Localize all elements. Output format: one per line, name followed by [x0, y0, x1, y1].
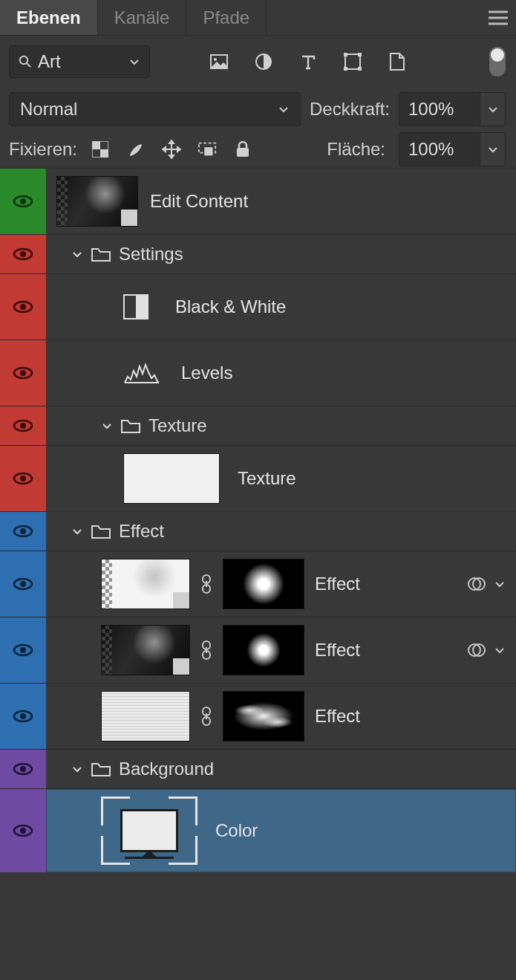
opacity-field[interactable]: 100%	[399, 92, 506, 126]
lock-transparency-icon[interactable]	[91, 140, 110, 159]
eye-icon	[13, 471, 33, 486]
layer-name: Texture	[238, 468, 296, 489]
mask-thumbnail[interactable]	[223, 559, 304, 609]
svg-rect-11	[100, 149, 108, 158]
search-icon	[19, 55, 32, 68]
layer-edit-content[interactable]: Edit Content	[0, 168, 516, 234]
layer-effect-2[interactable]: Effect	[0, 617, 516, 683]
filter-toggle[interactable]	[489, 47, 506, 77]
black-white-adjustment-icon	[123, 294, 148, 319]
visibility-toggle[interactable]	[0, 789, 46, 872]
group-name: Effect	[119, 521, 164, 542]
filter-type-icon[interactable]	[298, 52, 318, 71]
visibility-toggle[interactable]	[0, 617, 46, 683]
svg-point-26	[20, 476, 26, 481]
tab-channels-label: Kanäle	[114, 7, 170, 28]
lock-artboard-icon[interactable]	[197, 140, 217, 159]
blend-options-icon[interactable]	[467, 574, 486, 594]
tab-channels[interactable]: Kanäle	[98, 0, 187, 35]
filter-pixel-icon[interactable]	[209, 52, 229, 71]
group-name: Background	[119, 759, 214, 779]
visibility-toggle[interactable]	[0, 235, 46, 273]
filter-smartobject-icon[interactable]	[388, 52, 407, 71]
eye-icon	[13, 524, 33, 539]
lock-pixels-icon[interactable]	[126, 140, 146, 159]
svg-point-36	[20, 647, 26, 653]
disclosure-icon[interactable]	[71, 248, 83, 260]
visibility-toggle[interactable]	[0, 169, 46, 234]
layer-thumbnail[interactable]	[123, 453, 220, 504]
layer-black-white[interactable]: Black & White	[0, 273, 516, 340]
svg-point-24	[20, 423, 26, 429]
filter-shape-icon[interactable]	[343, 52, 362, 71]
lock-label: Fixieren:	[9, 139, 77, 160]
layer-effect-3[interactable]: Effect	[0, 683, 516, 749]
chevron-down-icon[interactable]	[494, 578, 506, 590]
layer-levels[interactable]: Levels	[0, 340, 516, 406]
visibility-toggle[interactable]	[0, 274, 46, 340]
link-icon[interactable]	[200, 574, 212, 594]
svg-point-30	[20, 581, 26, 587]
blend-opacity-row: Normal Deckkraft: 100%	[0, 88, 516, 131]
opacity-label: Deckkraft:	[310, 99, 390, 120]
group-background[interactable]: Background	[0, 749, 516, 788]
disclosure-icon[interactable]	[71, 763, 83, 775]
group-effect[interactable]: Effect	[0, 511, 516, 551]
folder-icon	[91, 523, 111, 539]
disclosure-icon[interactable]	[71, 525, 83, 537]
smartobject-badge-icon	[121, 210, 137, 226]
svg-rect-8	[358, 67, 362, 71]
layer-name: Color	[215, 820, 258, 841]
filter-adjustment-icon[interactable]	[254, 52, 273, 71]
group-name: Texture	[148, 415, 207, 436]
svg-point-42	[20, 713, 26, 719]
disclosure-icon[interactable]	[101, 420, 113, 432]
solid-color-fill-icon[interactable]	[101, 796, 197, 865]
mask-thumbnail[interactable]	[223, 691, 304, 742]
group-texture[interactable]: Texture	[0, 406, 516, 445]
group-settings[interactable]: Settings	[0, 234, 516, 273]
eye-icon	[13, 366, 33, 380]
eye-icon	[13, 823, 33, 838]
folder-icon	[91, 761, 111, 777]
visibility-toggle[interactable]	[0, 551, 46, 617]
layer-kind-filter-label: Art	[38, 51, 112, 72]
layer-kind-filter[interactable]: Art	[9, 45, 150, 78]
visibility-toggle[interactable]	[0, 684, 46, 749]
smartobject-badge-icon	[173, 592, 189, 609]
layer-thumbnail[interactable]	[101, 625, 190, 675]
svg-point-48	[20, 828, 26, 834]
layer-thumbnail[interactable]	[101, 559, 190, 609]
chevron-down-icon[interactable]	[494, 644, 506, 656]
panel-menu-icon[interactable]	[480, 0, 516, 35]
blend-mode-select[interactable]: Normal	[9, 92, 301, 126]
tab-paths[interactable]: Pfade	[186, 0, 267, 35]
visibility-toggle[interactable]	[0, 512, 46, 551]
link-icon[interactable]	[200, 706, 212, 727]
tab-layers[interactable]: Ebenen	[0, 0, 98, 35]
visibility-toggle[interactable]	[0, 340, 46, 406]
layer-thumbnail[interactable]	[101, 691, 190, 742]
lock-position-icon[interactable]	[162, 140, 181, 159]
layer-texture[interactable]: Texture	[0, 445, 516, 511]
layer-effect-1[interactable]: Effect	[0, 551, 516, 617]
link-icon[interactable]	[200, 640, 212, 661]
fill-chevron[interactable]	[480, 132, 506, 166]
blend-options-icon[interactable]	[467, 640, 486, 660]
visibility-toggle[interactable]	[0, 406, 46, 445]
svg-rect-5	[344, 53, 347, 56]
eye-icon	[13, 643, 33, 658]
svg-rect-14	[237, 148, 249, 157]
lock-fill-row: Fixieren: Fläche: 100%	[0, 131, 516, 168]
smartobject-badge-icon	[173, 658, 189, 675]
svg-rect-13	[204, 147, 212, 155]
opacity-chevron[interactable]	[480, 92, 506, 126]
visibility-toggle[interactable]	[0, 446, 46, 511]
fill-field[interactable]: 100%	[399, 132, 506, 166]
svg-point-16	[20, 198, 26, 204]
lock-all-icon[interactable]	[233, 140, 252, 159]
visibility-toggle[interactable]	[0, 750, 46, 788]
layer-color[interactable]: Color	[0, 788, 516, 872]
mask-thumbnail[interactable]	[223, 625, 304, 675]
layer-thumbnail[interactable]	[56, 176, 138, 227]
